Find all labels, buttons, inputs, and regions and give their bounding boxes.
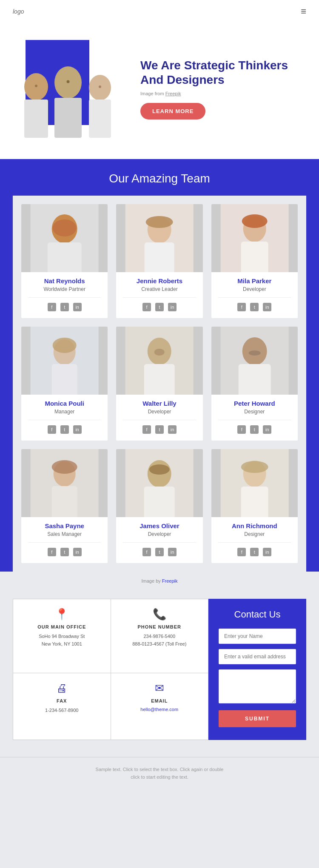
instagram-icon[interactable]: in	[73, 548, 82, 556]
instagram-icon[interactable]: in	[263, 548, 271, 556]
team-card-peter: Peter Howard Designer f t in	[211, 327, 298, 441]
svg-point-6	[35, 85, 37, 87]
team-photo-walter	[116, 327, 202, 395]
logo: logo	[13, 8, 24, 15]
team-name-walter: Walter Lilly	[116, 400, 202, 407]
team-freepik-link[interactable]: Freepik	[162, 578, 178, 583]
team-social-monica: f t in	[21, 425, 108, 434]
contact-email-input[interactable]	[219, 649, 296, 664]
team-photo-james	[116, 449, 202, 517]
team-role-james: Developer	[116, 531, 202, 537]
svg-point-16	[146, 216, 173, 228]
office-title: OUR MAIN OFFICE	[20, 624, 104, 629]
office-box: 📍 OUR MAIN OFFICE SoHo 94 Broadway StNew…	[13, 599, 111, 673]
team-name-mila: Mila Parker	[211, 277, 298, 285]
twitter-icon[interactable]: t	[250, 548, 259, 556]
svg-point-8	[99, 85, 101, 88]
svg-rect-23	[52, 364, 77, 395]
facebook-icon[interactable]: f	[48, 548, 56, 556]
svg-point-28	[154, 349, 165, 356]
twitter-icon[interactable]: t	[250, 303, 259, 311]
team-image-credit: Image by Freepik	[0, 572, 319, 590]
facebook-icon[interactable]: f	[142, 425, 151, 434]
svg-point-7	[67, 80, 70, 83]
facebook-icon[interactable]: f	[48, 303, 56, 311]
fax-title: FAX	[20, 698, 104, 703]
twitter-icon[interactable]: t	[155, 303, 164, 311]
team-title: Our Amazing Team	[0, 172, 319, 196]
freepik-link[interactable]: Freepik	[165, 91, 181, 96]
instagram-icon[interactable]: in	[73, 303, 82, 311]
twitter-icon[interactable]: t	[60, 425, 69, 434]
team-name-jennie: Jennie Roberts	[116, 277, 202, 285]
hero-image-area	[13, 40, 132, 138]
contact-form: SUBMIT	[219, 629, 296, 727]
svg-point-44	[241, 461, 268, 473]
facebook-icon[interactable]: f	[237, 548, 246, 556]
instagram-icon[interactable]: in	[73, 425, 82, 434]
hero-people-image	[13, 44, 123, 138]
location-icon: 📍	[20, 608, 104, 621]
fax-box: 🖨 FAX 1-234-567-8900	[13, 673, 111, 740]
twitter-icon[interactable]: t	[155, 548, 164, 556]
team-role-sasha: Sales Manager	[21, 531, 108, 537]
team-card-walter: Walter Lilly Developer f t in	[116, 327, 202, 441]
team-name-james: James Oliver	[116, 522, 202, 529]
hero-title: We Are Strategic Thinkers And Designers	[140, 58, 306, 87]
team-grid: Nat Reynolds Worldwide Partner f t in Je…	[21, 204, 298, 563]
contact-message-input[interactable]	[219, 669, 296, 703]
contact-grid: 📍 OUR MAIN OFFICE SoHo 94 Broadway StNew…	[13, 599, 306, 740]
svg-point-24	[53, 338, 77, 353]
instagram-icon[interactable]: in	[168, 548, 177, 556]
svg-rect-39	[144, 487, 175, 517]
instagram-icon[interactable]: in	[168, 425, 177, 434]
team-card-mila: Mila Parker Developer f t in	[211, 204, 298, 318]
email-title: EMAIL	[118, 698, 202, 703]
contact-section: 📍 OUR MAIN OFFICE SoHo 94 Broadway StNew…	[0, 590, 319, 757]
team-card-nat: Nat Reynolds Worldwide Partner f t in	[21, 204, 108, 318]
submit-button[interactable]: SUBMIT	[219, 710, 296, 727]
team-card-sasha: Sasha Payne Sales Manager f t in	[21, 449, 108, 563]
twitter-icon[interactable]: t	[60, 303, 69, 311]
facebook-icon[interactable]: f	[142, 548, 151, 556]
team-card-divider	[123, 297, 196, 298]
team-photo-ann	[211, 449, 298, 517]
learn-more-button[interactable]: LEARN MORE	[140, 103, 205, 120]
facebook-icon[interactable]: f	[48, 425, 56, 434]
facebook-icon[interactable]: f	[237, 303, 246, 311]
team-social-ann: f t in	[211, 548, 298, 556]
team-card-jennie: Jennie Roberts Creative Leader f t in	[116, 204, 202, 318]
team-card-divider	[28, 542, 101, 543]
team-photo-jennie	[116, 204, 202, 272]
contact-name-input[interactable]	[219, 629, 296, 644]
team-social-sasha: f t in	[21, 548, 108, 556]
fax-icon: 🖨	[20, 682, 104, 695]
email-address[interactable]: hello@theme.com	[118, 707, 202, 712]
facebook-icon[interactable]: f	[237, 425, 246, 434]
twitter-icon[interactable]: t	[155, 425, 164, 434]
svg-rect-35	[52, 486, 77, 517]
svg-rect-19	[241, 242, 268, 272]
instagram-icon[interactable]: in	[263, 303, 271, 311]
svg-rect-11	[48, 242, 82, 272]
instagram-icon[interactable]: in	[168, 303, 177, 311]
twitter-icon[interactable]: t	[250, 425, 259, 434]
instagram-icon[interactable]: in	[263, 425, 271, 434]
menu-button[interactable]: ≡	[301, 6, 306, 17]
team-card-divider	[28, 420, 101, 420]
team-role-peter: Designer	[211, 409, 298, 415]
svg-rect-31	[238, 364, 271, 395]
facebook-icon[interactable]: f	[142, 303, 151, 311]
team-photo-sasha	[21, 449, 108, 517]
team-role-monica: Manager	[21, 409, 108, 415]
svg-rect-43	[241, 487, 268, 517]
team-social-jennie: f t in	[116, 303, 202, 311]
team-social-mila: f t in	[211, 303, 298, 311]
team-name-peter: Peter Howard	[211, 400, 298, 407]
footer: Sample text. Click to select the text bo…	[0, 757, 319, 789]
team-photo-mila	[211, 204, 298, 272]
team-photo-peter	[211, 327, 298, 395]
team-card-james: James Oliver Developer f t in	[116, 449, 202, 563]
twitter-icon[interactable]: t	[60, 548, 69, 556]
svg-point-40	[149, 464, 170, 475]
